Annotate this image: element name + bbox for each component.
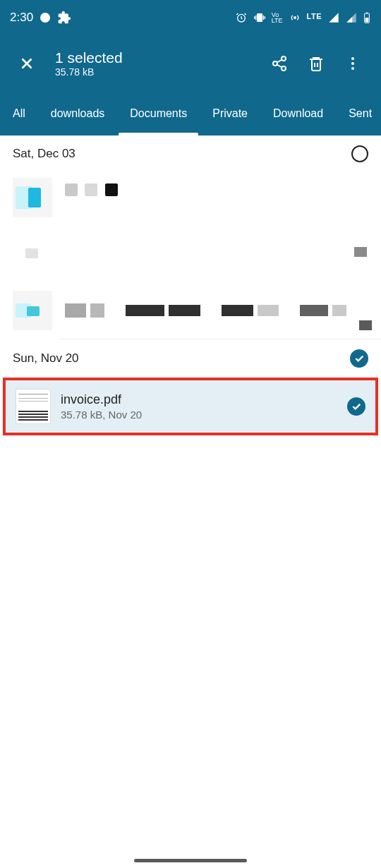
file-row-selected[interactable]: invoice.pdf 35.78 kB, Nov 20 <box>3 378 378 435</box>
selection-app-bar: 1 selected 35.78 kB <box>0 35 381 92</box>
tab-download[interactable]: Download <box>260 92 336 135</box>
vibrate-icon <box>253 12 266 23</box>
tab-downloads[interactable]: downloads <box>38 92 118 135</box>
selection-size: 35.78 kB <box>55 66 258 78</box>
svg-rect-4 <box>365 18 369 22</box>
date-section-header[interactable]: Sat, Dec 03 <box>0 135 381 169</box>
clock-time: 2:30 <box>10 11 33 25</box>
file-checked-icon[interactable] <box>347 397 365 416</box>
category-tabs: All downloads Documents Private Download… <box>0 92 381 135</box>
trash-icon <box>308 55 325 72</box>
section-date-label: Sat, Dec 03 <box>13 147 351 161</box>
hotspot-icon <box>289 12 301 23</box>
more-vertical-icon <box>344 55 361 72</box>
volte-icon: VoLTE <box>272 12 283 23</box>
svg-point-5 <box>282 56 286 61</box>
tab-private[interactable]: Private <box>200 92 260 135</box>
redacted-content <box>359 303 372 318</box>
svg-rect-3 <box>366 13 368 13</box>
svg-point-7 <box>282 66 286 71</box>
file-name: invoice.pdf <box>61 392 337 407</box>
file-thumbnail <box>13 234 52 274</box>
battery-icon <box>363 12 371 23</box>
notification-dot-icon <box>40 13 50 23</box>
file-list[interactable]: Sat, Dec 03 <box>0 135 381 868</box>
pdf-thumbnail <box>16 389 51 424</box>
svg-point-9 <box>351 62 354 65</box>
select-all-circle-icon[interactable] <box>351 145 368 162</box>
redacted-content <box>65 183 368 212</box>
file-thumbnail <box>13 291 52 330</box>
file-thumbnail <box>13 178 52 217</box>
tab-sent[interactable]: Sent <box>336 92 381 135</box>
more-button[interactable] <box>337 48 368 79</box>
file-row[interactable] <box>0 169 381 226</box>
file-meta: 35.78 kB, Nov 20 <box>61 409 337 421</box>
svg-point-1 <box>294 17 296 19</box>
file-row[interactable] <box>0 282 381 339</box>
close-selection-button[interactable] <box>13 49 41 78</box>
select-all-checked-icon[interactable] <box>350 349 368 368</box>
svg-point-8 <box>351 57 354 60</box>
signal-secondary-icon <box>346 12 357 23</box>
tab-all[interactable]: All <box>0 92 38 135</box>
network-lte: LTE <box>307 12 322 23</box>
alarm-icon <box>235 12 248 23</box>
file-row[interactable] <box>0 226 381 282</box>
puzzle-icon <box>57 10 71 25</box>
date-section-header[interactable]: Sun, Nov 20 <box>0 339 381 375</box>
share-button[interactable] <box>264 48 295 79</box>
close-icon <box>18 54 36 73</box>
signal-icon <box>327 12 340 23</box>
delete-button[interactable] <box>301 48 332 79</box>
selection-count: 1 selected <box>55 49 258 66</box>
redacted-content <box>65 240 341 268</box>
redacted-content <box>65 296 346 325</box>
nav-handle[interactable] <box>134 859 247 862</box>
svg-point-6 <box>273 61 277 66</box>
tab-documents[interactable]: Documents <box>117 92 200 135</box>
share-icon <box>271 55 288 72</box>
svg-point-10 <box>351 67 354 70</box>
section-date-label: Sun, Nov 20 <box>13 351 350 366</box>
status-bar: 2:30 VoLTE LTE <box>0 0 381 35</box>
redacted-content <box>354 247 368 261</box>
